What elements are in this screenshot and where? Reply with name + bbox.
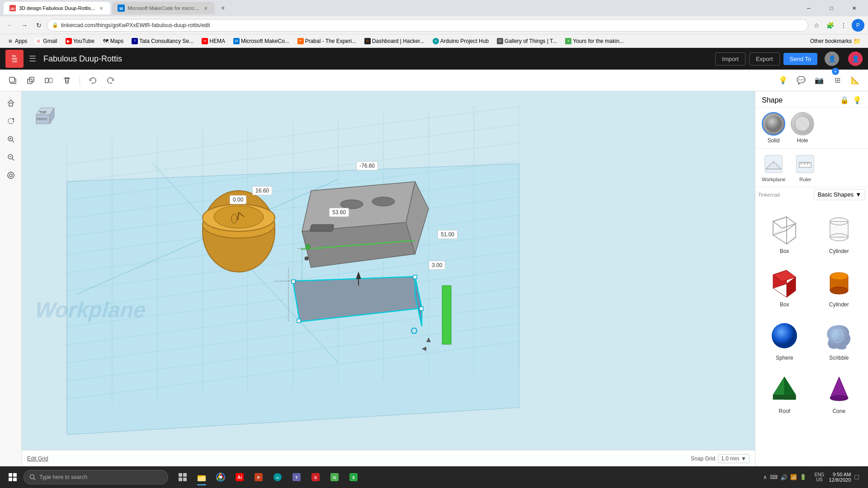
bookmark-prabal[interactable]: P Prabal - The Experi...	[294, 36, 360, 46]
shape-card-cylinder-wireframe[interactable]: Cylinder	[814, 207, 865, 257]
viewport[interactable]: Workplane	[22, 91, 755, 466]
add-user-icon[interactable]: +	[832, 68, 839, 75]
hole-option[interactable]: Hole	[791, 112, 814, 144]
ruler-tool[interactable]: Ruler	[790, 150, 821, 185]
redo-button[interactable]	[104, 73, 118, 88]
fit-view-button[interactable]	[3, 167, 19, 183]
send-to-button[interactable]: Send To	[783, 53, 817, 65]
bookmark-dashboard[interactable]: D Dashboard | Hacker...	[361, 36, 428, 46]
lock-shape-icon[interactable]: 🔒	[840, 96, 849, 104]
shape-card-cylinder-solid[interactable]: Cylinder	[814, 261, 865, 310]
solid-option[interactable]: Solid	[762, 112, 785, 144]
shape-card-sphere[interactable]: Sphere	[759, 314, 810, 364]
close-button[interactable]: ✕	[844, 0, 864, 16]
start-button[interactable]	[4, 468, 22, 486]
view-cube[interactable]: TOP FRONT	[27, 97, 59, 128]
user-profile-icon[interactable]: 👤	[825, 52, 839, 66]
shape-img-sphere	[766, 317, 802, 353]
taskbar-search[interactable]: Type here to search	[24, 470, 168, 484]
bookmark-arduino[interactable]: A Arduino Project Hub	[429, 36, 492, 46]
minimize-button[interactable]: ─	[798, 0, 819, 16]
snap-dropdown[interactable]: 1.0 mm ▼	[718, 454, 750, 463]
tab-inactive[interactable]: M Microsoft MakeCode for micro:... ✕	[112, 2, 215, 14]
export-button[interactable]: Export	[749, 52, 780, 66]
shape-card-cone[interactable]: Cone	[814, 367, 865, 417]
import-button[interactable]: Import	[715, 52, 745, 66]
bookmark-youtube[interactable]: ▶ YouTube	[62, 36, 98, 46]
tab-close-inactive[interactable]: ✕	[202, 5, 209, 12]
bulb-icon[interactable]: 💡	[853, 96, 862, 104]
undo-button[interactable]	[85, 73, 100, 88]
shape-card-roof[interactable]: Roof	[759, 367, 810, 417]
edit-grid-label[interactable]: Edit Grid	[27, 455, 48, 462]
copy-button[interactable]	[5, 73, 20, 88]
tab-close-active[interactable]: ✕	[98, 5, 105, 12]
delete-button[interactable]	[60, 73, 74, 88]
tinkercad-logo[interactable]: TINKERCAD	[5, 50, 24, 68]
keyboard-icon[interactable]: ⌨	[770, 474, 778, 480]
svg-rect-70	[292, 280, 295, 283]
taskbar-acrobat[interactable]: Ai	[231, 468, 249, 486]
taskbar-teams[interactable]: T	[288, 468, 306, 486]
svg-rect-72	[420, 307, 423, 310]
ruler-view-icon[interactable]: 📐	[848, 73, 863, 88]
taskbar-arduino[interactable]: ∞	[269, 468, 287, 486]
shape-card-box-wireframe[interactable]: Box	[759, 207, 810, 257]
notification-icon[interactable]: □	[853, 473, 861, 481]
rotate-button[interactable]	[3, 113, 19, 129]
taskbar-chrome[interactable]	[212, 468, 230, 486]
volume-icon[interactable]: 🔊	[780, 474, 788, 481]
maximize-button[interactable]: □	[821, 0, 842, 16]
duplicate-button[interactable]	[24, 73, 38, 88]
refresh-button[interactable]: ↻	[33, 19, 45, 32]
address-bar[interactable]: 🔒 tinkercad.com/things/goKwPXxEWtR-fabul…	[47, 19, 808, 32]
bookmark-gmail[interactable]: G Gmail	[32, 36, 61, 46]
taskbar-explorer[interactable]	[193, 468, 211, 486]
taskbar-clock[interactable]: 9:50 AM 12/8/2020	[829, 472, 851, 483]
user-avatar[interactable]: 👤	[848, 52, 863, 66]
tab-active[interactable]: 3D 3D design Fabulous Duup-Rottis... ✕	[4, 2, 110, 14]
chevron-up-icon[interactable]: ∧	[763, 474, 767, 480]
chat-icon[interactable]: 💬	[794, 73, 808, 88]
taskbar-money[interactable]: $	[344, 468, 363, 486]
bookmark-yours[interactable]: Y Yours for the makin...	[561, 36, 627, 46]
bookmark-tata[interactable]: T Tata Consultancy Se...	[128, 36, 197, 46]
taskbar-apps: Ai P ∞ T S G $	[174, 468, 363, 486]
bookmark-makecode[interactable]: M Microsoft MakeCo...	[230, 36, 293, 46]
settings-button[interactable]: ⋮	[837, 19, 850, 32]
shape-img-cone	[821, 370, 857, 406]
forward-button[interactable]: →	[18, 19, 31, 32]
other-bookmarks[interactable]: Other bookmarks 📁	[807, 37, 864, 46]
taskbar-skype[interactable]: S	[307, 468, 325, 486]
home-button[interactable]	[3, 95, 19, 111]
zoom-out-button[interactable]	[3, 149, 19, 165]
bookmark-hema[interactable]: H HEMA	[198, 36, 229, 46]
back-button[interactable]: ←	[4, 19, 16, 32]
bookmark-maps[interactable]: 🗺 Maps	[99, 36, 127, 46]
battery-icon[interactable]: 🔋	[800, 474, 807, 480]
shape-card-scribble[interactable]: Scribble	[814, 314, 865, 364]
taskbar-greenshot[interactable]: G	[326, 468, 344, 486]
mirror-button[interactable]	[42, 73, 56, 88]
svg-point-147	[219, 476, 222, 479]
bookmark-apps[interactable]: ⊞ Apps	[4, 36, 31, 46]
right-panel: Shape 🔒 💡	[755, 91, 868, 466]
hamburger-menu[interactable]: ☰	[27, 52, 38, 66]
camera-icon[interactable]: 📷	[812, 73, 826, 88]
profile-button[interactable]: P	[852, 19, 864, 32]
workplane-tool[interactable]: Workplane	[757, 150, 790, 185]
shape-card-box-solid[interactable]: Box	[759, 261, 810, 310]
align-icon[interactable]: ⊞	[830, 73, 844, 88]
light-icon[interactable]: 💡	[776, 73, 790, 88]
bookmark-gallery[interactable]: G Gallery of Things | T...	[493, 36, 561, 46]
zoom-in-button[interactable]	[3, 131, 19, 147]
extensions-button[interactable]: 🧩	[824, 19, 836, 32]
snap-value: 1.0 mm	[721, 455, 739, 462]
taskview-button[interactable]	[174, 468, 192, 486]
shape-img-cylinder-wireframe	[821, 210, 857, 246]
bookmark-button[interactable]: ☆	[810, 19, 823, 32]
taskbar-powerpoint[interactable]: P	[250, 468, 268, 486]
network-icon[interactable]: 📶	[790, 474, 797, 480]
lib-dropdown[interactable]: Basic Shapes ▼	[814, 189, 865, 200]
new-tab-button[interactable]: +	[217, 2, 229, 14]
